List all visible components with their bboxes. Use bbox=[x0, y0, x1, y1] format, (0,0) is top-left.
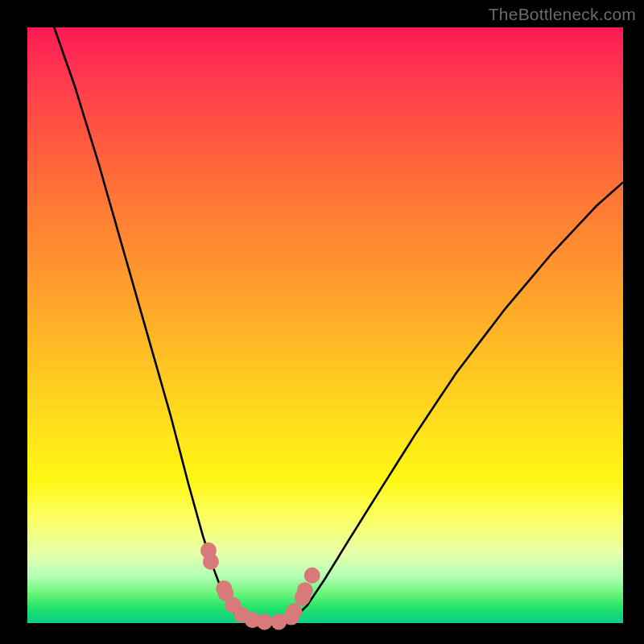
chart-frame: TheBottleneck.com bbox=[0, 0, 644, 644]
watermark-text: TheBottleneck.com bbox=[489, 5, 636, 24]
data-dot bbox=[203, 554, 219, 570]
data-dot bbox=[297, 582, 313, 598]
data-dot bbox=[304, 568, 320, 584]
data-dot bbox=[287, 603, 303, 619]
data-dot bbox=[257, 614, 273, 630]
curve-right-path bbox=[292, 182, 623, 620]
chart-svg bbox=[27, 27, 623, 623]
dots-group bbox=[200, 543, 320, 630]
curve-group bbox=[54, 27, 623, 623]
curve-left-path bbox=[54, 27, 242, 620]
